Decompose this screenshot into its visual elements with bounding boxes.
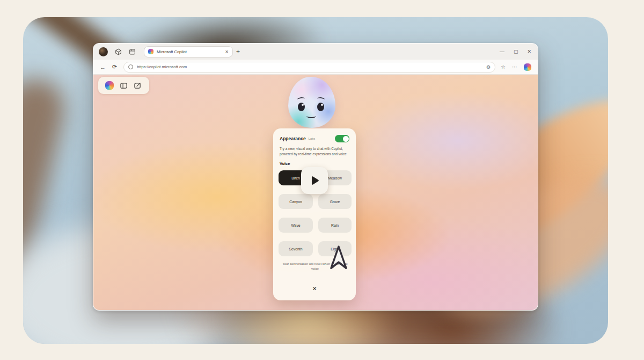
new-chat-icon[interactable] bbox=[134, 81, 142, 90]
labs-badge: Labs bbox=[309, 137, 335, 140]
panel-header: Appearance Labs bbox=[280, 135, 349, 142]
copilot-sidebar-icon[interactable] bbox=[524, 63, 531, 71]
tab-bar: Microsoft Copilot ✕ + — ▢ ✕ bbox=[93, 44, 538, 60]
url-text[interactable]: https://copilot.microsoft.com bbox=[137, 64, 486, 69]
refresh-button[interactable]: ⟳ bbox=[112, 63, 117, 70]
panel-close-button[interactable]: ✕ bbox=[273, 285, 356, 292]
mouse-cursor bbox=[328, 244, 349, 272]
tab-actions-icon[interactable] bbox=[128, 47, 136, 56]
close-button[interactable]: ✕ bbox=[527, 49, 531, 54]
profile-avatar[interactable] bbox=[99, 47, 108, 56]
appearance-panel: Appearance Labs Try a new, visual way to… bbox=[273, 128, 356, 300]
address-bar[interactable]: https://copilot.microsoft.com ⚙ bbox=[123, 62, 495, 73]
voice-option-3[interactable]: Canyon bbox=[279, 194, 313, 209]
navigation-bar: ← ⟳ https://copilot.microsoft.com ⚙ ☆ ⋯ bbox=[93, 60, 538, 75]
voice-option-6[interactable]: Rain bbox=[318, 218, 352, 233]
copilot-favicon bbox=[148, 49, 153, 54]
window-controls: — ▢ ✕ bbox=[500, 49, 531, 54]
copilot-page: Appearance Labs Try a new, visual way to… bbox=[93, 75, 538, 310]
more-menu-icon[interactable]: ⋯ bbox=[512, 64, 517, 70]
workspaces-icon[interactable] bbox=[114, 47, 122, 56]
voice-heading: Voice bbox=[280, 161, 349, 166]
page-toolbar bbox=[98, 77, 149, 94]
avatar-right-brow bbox=[317, 97, 325, 101]
tab-close-icon[interactable]: ✕ bbox=[225, 49, 229, 54]
voice-option-4[interactable]: Grove bbox=[318, 194, 352, 209]
avatar-mouth bbox=[306, 113, 316, 118]
play-voice-button[interactable] bbox=[301, 167, 328, 194]
avatar-left-brow bbox=[297, 97, 305, 101]
panel-title: Appearance bbox=[280, 136, 306, 141]
voice-option-5[interactable]: Wave bbox=[279, 218, 313, 233]
new-tab-button[interactable]: + bbox=[236, 48, 240, 55]
tab-microsoft-copilot[interactable]: Microsoft Copilot ✕ bbox=[144, 46, 233, 57]
site-info-icon[interactable] bbox=[128, 64, 133, 69]
copilot-avatar bbox=[288, 77, 335, 128]
voice-option-7[interactable]: Seventh bbox=[279, 241, 313, 256]
avatar-right-eye bbox=[317, 103, 324, 111]
background-photo: Microsoft Copilot ✕ + — ▢ ✕ ← ⟳ https://… bbox=[23, 17, 608, 344]
browser-window: Microsoft Copilot ✕ + — ▢ ✕ ← ⟳ https://… bbox=[93, 43, 538, 311]
panel-description: Try a new, visual way to chat with Copil… bbox=[280, 146, 349, 156]
avatar-left-eye bbox=[298, 103, 305, 111]
copilot-logo-icon[interactable] bbox=[105, 81, 114, 90]
play-icon bbox=[309, 175, 320, 186]
appearance-toggle[interactable] bbox=[335, 135, 349, 142]
minimize-button[interactable]: — bbox=[500, 49, 504, 54]
sidebar-toggle-icon[interactable] bbox=[119, 81, 128, 90]
favorites-icon[interactable]: ☆ bbox=[501, 64, 506, 70]
maximize-button[interactable]: ▢ bbox=[514, 49, 518, 54]
back-button[interactable]: ← bbox=[100, 64, 106, 70]
toggle-knob bbox=[343, 136, 349, 142]
tab-title: Microsoft Copilot bbox=[157, 49, 225, 54]
browser-essentials-icon[interactable]: ⚙ bbox=[486, 64, 491, 70]
